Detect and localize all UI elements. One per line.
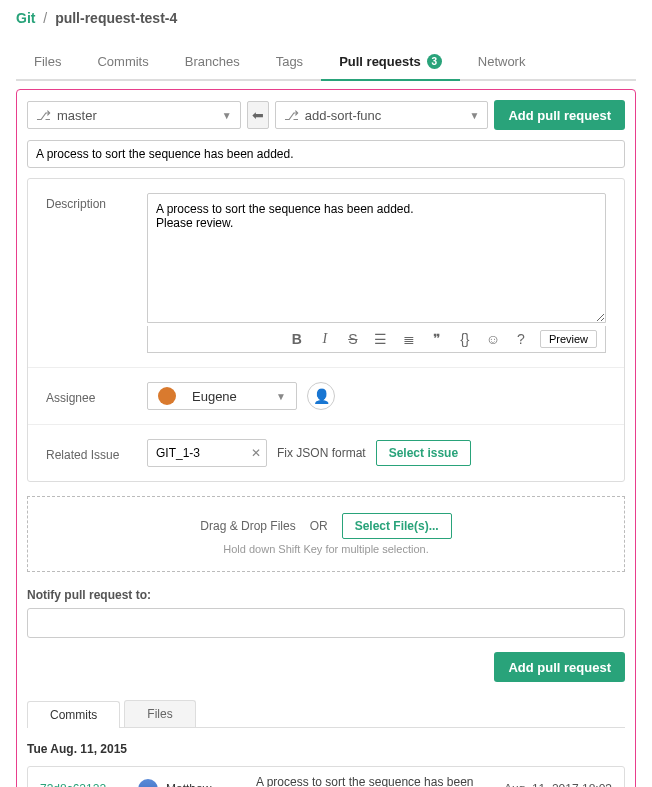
branch-icon: ⎇ <box>36 108 51 123</box>
commit-date-header: Tue Aug. 11, 2015 <box>27 742 625 756</box>
branch-direction-arrow: ⬅ <box>247 101 269 129</box>
tab-files[interactable]: Files <box>16 44 79 81</box>
commit-time: Aug. 11, 2017 18:03 <box>504 782 612 787</box>
bullet-list-icon[interactable]: ☰ <box>372 331 390 347</box>
numbered-list-icon[interactable]: ≣ <box>400 331 418 347</box>
assignee-avatar <box>158 387 176 405</box>
pr-subtabs: Commits Files <box>27 700 625 728</box>
breadcrumb: Git / pull-request-test-4 <box>16 10 636 26</box>
base-branch-select[interactable]: ⎇ master ▼ <box>27 101 241 129</box>
select-files-button[interactable]: Select File(s)... <box>342 513 452 539</box>
chevron-down-icon: ▼ <box>222 110 232 121</box>
subtab-commits[interactable]: Commits <box>27 701 120 728</box>
notify-recipients-input[interactable] <box>27 608 625 638</box>
breadcrumb-sep: / <box>43 10 47 26</box>
tab-network[interactable]: Network <box>460 44 544 81</box>
emoji-icon[interactable]: ☺ <box>484 331 502 347</box>
clear-issue-icon[interactable]: ✕ <box>251 446 261 460</box>
chevron-down-icon: ▼ <box>276 391 286 402</box>
markdown-toolbar: B I S ☰ ≣ ❞ {} ☺ ? Preview <box>147 326 606 353</box>
assignee-name: Eugene <box>192 389 237 404</box>
repo-nav-tabs: Files Commits Branches Tags Pull request… <box>16 44 636 81</box>
subtab-files[interactable]: Files <box>124 700 195 727</box>
tab-tags[interactable]: Tags <box>258 44 321 81</box>
branch-icon: ⎇ <box>284 108 299 123</box>
compare-branch-name: add-sort-func <box>305 108 382 123</box>
dropzone-hint: Hold down Shift Key for multiple selecti… <box>44 543 608 555</box>
dropzone-or-text: OR <box>310 519 328 533</box>
pr-create-panel: ⎇ master ▼ ⬅ ⎇ add-sort-func ▼ Add pull … <box>16 89 636 787</box>
arrow-left-icon: ⬅ <box>252 107 264 123</box>
commit-author-avatar <box>138 779 158 787</box>
assignee-select[interactable]: Eugene ▼ <box>147 382 297 410</box>
breadcrumb-page: pull-request-test-4 <box>55 10 177 26</box>
commit-row: 73d8c62122 Matthew A process to sort the… <box>27 766 625 787</box>
chevron-down-icon: ▼ <box>470 110 480 121</box>
add-pull-request-button-bottom[interactable]: Add pull request <box>494 652 625 682</box>
assignee-label: Assignee <box>46 387 131 405</box>
notify-label: Notify pull request to: <box>27 588 625 602</box>
assign-to-me-button[interactable]: 👤 <box>307 382 335 410</box>
base-branch-name: master <box>57 108 97 123</box>
pr-title-input[interactable] <box>27 140 625 168</box>
commit-message: A process to sort the sequence has been … <box>256 775 486 787</box>
quote-icon[interactable]: ❞ <box>428 331 446 347</box>
tab-commits[interactable]: Commits <box>79 44 166 81</box>
pull-requests-count-badge: 3 <box>427 54 442 69</box>
breadcrumb-repo[interactable]: Git <box>16 10 35 26</box>
related-issue-title: Fix JSON format <box>277 446 366 460</box>
help-icon[interactable]: ? <box>512 331 530 347</box>
description-label: Description <box>46 193 131 211</box>
italic-icon[interactable]: I <box>316 331 334 347</box>
code-icon[interactable]: {} <box>456 331 474 347</box>
tab-pull-requests[interactable]: Pull requests 3 <box>321 44 460 81</box>
commit-author-name: Matthew <box>166 782 211 787</box>
add-pull-request-button-top[interactable]: Add pull request <box>494 100 625 130</box>
tab-pull-requests-label: Pull requests <box>339 54 421 69</box>
dropzone-drag-text: Drag & Drop Files <box>200 519 295 533</box>
strikethrough-icon[interactable]: S <box>344 331 362 347</box>
commit-sha[interactable]: 73d8c62122 <box>40 782 120 787</box>
file-dropzone[interactable]: Drag & Drop Files OR Select File(s)... H… <box>27 496 625 572</box>
description-textarea[interactable]: A process to sort the sequence has been … <box>147 193 606 323</box>
compare-branch-select[interactable]: ⎇ add-sort-func ▼ <box>275 101 489 129</box>
tab-branches[interactable]: Branches <box>167 44 258 81</box>
user-icon: 👤 <box>313 388 330 404</box>
preview-button[interactable]: Preview <box>540 330 597 348</box>
related-issue-label: Related Issue <box>46 444 131 462</box>
bold-icon[interactable]: B <box>288 331 306 347</box>
select-issue-button[interactable]: Select issue <box>376 440 471 466</box>
related-issue-input[interactable] <box>147 439 267 467</box>
